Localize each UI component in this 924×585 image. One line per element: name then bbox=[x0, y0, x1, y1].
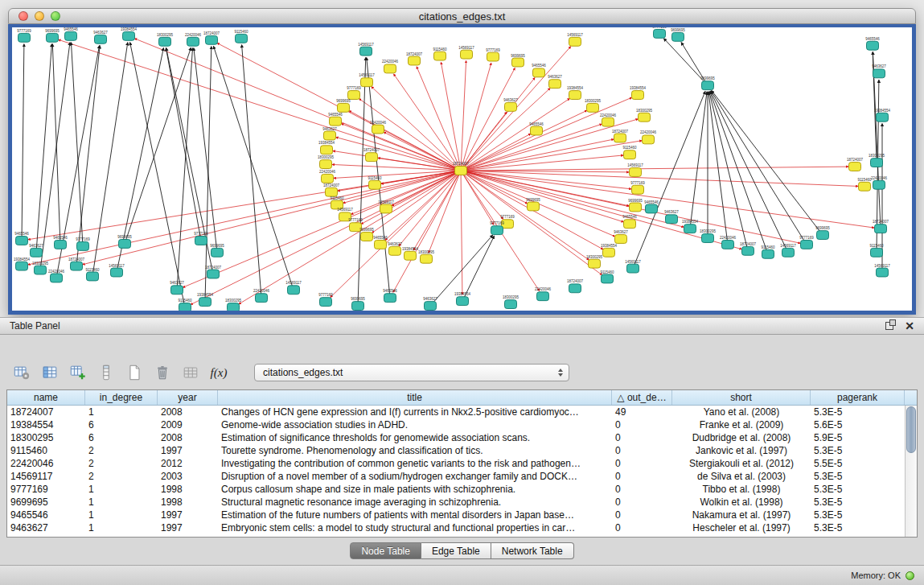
graph-node[interactable] bbox=[421, 254, 433, 263]
graph-node[interactable] bbox=[389, 246, 401, 255]
table-cell-title[interactable]: Changes of HCN gene expression and I(f) … bbox=[218, 406, 612, 418]
graph-node[interactable] bbox=[873, 180, 885, 189]
table-cell-in-degree[interactable]: 1 bbox=[85, 496, 158, 509]
graph-node[interactable] bbox=[684, 225, 696, 233]
graph-node[interactable] bbox=[615, 235, 627, 244]
table-cell-in-degree[interactable]: 6 bbox=[85, 418, 158, 431]
table-cell-name[interactable]: 9699695 bbox=[7, 496, 85, 509]
graph-node[interactable] bbox=[624, 220, 636, 229]
table-row[interactable]: 969969511998Structural magnetic resonanc… bbox=[7, 496, 905, 509]
memory-status-indicator[interactable] bbox=[906, 571, 914, 580]
table-cell-pagerank[interactable]: 5.5E-5 bbox=[811, 457, 905, 470]
tab-network-table[interactable]: Network Table bbox=[491, 542, 574, 559]
table-cell-pagerank[interactable]: 5.3E-5 bbox=[811, 444, 905, 457]
graph-node[interactable] bbox=[211, 248, 224, 257]
graph-node[interactable] bbox=[322, 174, 334, 183]
column-header-out-de[interactable]: △ out_de… bbox=[612, 390, 672, 405]
table-cell-name[interactable]: 14569117 bbox=[7, 470, 85, 483]
graph-node[interactable] bbox=[31, 248, 43, 257]
graph-node[interactable] bbox=[614, 134, 626, 142]
graph-node[interactable] bbox=[179, 303, 191, 311]
graph-node[interactable] bbox=[321, 146, 333, 154]
graph-node[interactable] bbox=[702, 81, 714, 90]
column-header-name[interactable]: name bbox=[7, 390, 85, 405]
graph-node[interactable] bbox=[51, 274, 63, 282]
table-cell-pagerank[interactable]: 5.3E-5 bbox=[811, 521, 905, 534]
table-cell-short[interactable]: Tibbo et al. (1998) bbox=[672, 483, 811, 496]
graph-node[interactable] bbox=[569, 284, 581, 293]
table-cell-year[interactable]: 1998 bbox=[158, 496, 218, 509]
graph-node[interactable] bbox=[624, 150, 636, 159]
table-cell-name[interactable]: 9465546 bbox=[7, 509, 85, 521]
table-cell-in-degree[interactable]: 2 bbox=[85, 457, 158, 470]
graph-node[interactable] bbox=[372, 125, 384, 134]
close-panel-button[interactable]: ✕ bbox=[905, 320, 914, 332]
graph-node[interactable] bbox=[111, 268, 123, 277]
graph-node[interactable] bbox=[350, 223, 362, 232]
table-cell-short[interactable]: de Silva et al. (2003) bbox=[672, 470, 811, 483]
graph-node[interactable] bbox=[512, 58, 524, 67]
table-cell-title[interactable]: Corpus callosum shape and size in male p… bbox=[218, 483, 612, 496]
graph-node[interactable] bbox=[228, 303, 240, 311]
graph-node[interactable] bbox=[348, 91, 360, 100]
graph-node[interactable] bbox=[549, 80, 561, 89]
graph-node[interactable] bbox=[326, 187, 338, 196]
graph-node[interactable] bbox=[742, 246, 754, 255]
graph-node[interactable] bbox=[338, 103, 350, 112]
graph-node[interactable] bbox=[877, 113, 889, 122]
table-cell-in-degree[interactable]: 2 bbox=[85, 444, 158, 457]
table-cell-out-de[interactable]: 0 bbox=[612, 444, 672, 457]
graph-node[interactable] bbox=[801, 240, 813, 249]
graph-node[interactable] bbox=[632, 185, 644, 194]
table-cell-in-degree[interactable]: 1 bbox=[85, 521, 158, 534]
table-cell-short[interactable]: Stergiakouli et al. (2012) bbox=[672, 457, 811, 470]
graph-node[interactable] bbox=[782, 248, 795, 257]
table-row[interactable]: 1456911722003Disruption of a novel membe… bbox=[7, 470, 905, 483]
graph-node[interactable] bbox=[123, 31, 135, 40]
table-cell-in-degree[interactable]: 1 bbox=[85, 406, 158, 418]
table-cell-out-de[interactable]: 0 bbox=[612, 496, 672, 509]
graph-node[interactable] bbox=[71, 262, 83, 270]
table-cell-pagerank[interactable]: 5.3E-5 bbox=[811, 509, 905, 521]
graph-node[interactable] bbox=[352, 302, 364, 311]
table-row[interactable]: 1872400712008Changes of HCN gene express… bbox=[7, 406, 905, 418]
graph-node[interactable] bbox=[320, 298, 332, 307]
table-source-selector[interactable]: citations_edges.txt bbox=[254, 364, 569, 381]
graph-node[interactable] bbox=[16, 237, 28, 245]
column-header-in-degree[interactable]: in_degree bbox=[85, 390, 158, 405]
graph-node[interactable] bbox=[603, 248, 615, 257]
graph-node[interactable] bbox=[384, 64, 396, 73]
graph-node[interactable] bbox=[324, 131, 336, 140]
table-cell-year[interactable]: 2012 bbox=[158, 457, 218, 470]
table-cell-short[interactable]: Nakamura et al. (1997) bbox=[672, 509, 811, 521]
column-header-pagerank[interactable]: pagerank bbox=[811, 390, 905, 405]
window-titlebar[interactable]: citations_edges.txt bbox=[8, 8, 916, 24]
table-cell-short[interactable]: Hescheler et al. (1997) bbox=[672, 521, 811, 534]
table-cell-short[interactable]: Franke et al. (2009) bbox=[672, 418, 811, 431]
graph-node[interactable] bbox=[646, 204, 658, 213]
graph-node[interactable] bbox=[159, 37, 171, 46]
table-cell-year[interactable]: 2003 bbox=[158, 470, 218, 483]
graph-node[interactable] bbox=[461, 50, 473, 59]
graph-node[interactable] bbox=[627, 264, 639, 273]
table-cell-title[interactable]: Genome-wide association studies in ADHD. bbox=[218, 418, 612, 431]
graph-node[interactable] bbox=[871, 248, 883, 257]
column-visibility-button[interactable] bbox=[39, 362, 60, 383]
graph-node[interactable] bbox=[762, 249, 774, 258]
table-cell-in-degree[interactable]: 6 bbox=[85, 431, 158, 444]
graph-node[interactable] bbox=[491, 226, 503, 235]
table-cell-out-de[interactable]: 0 bbox=[612, 509, 672, 521]
table-cell-name[interactable]: 18300295 bbox=[7, 431, 85, 444]
table-cell-year[interactable]: 1998 bbox=[158, 483, 218, 496]
graph-node[interactable] bbox=[256, 294, 268, 303]
graph-node[interactable] bbox=[361, 78, 373, 87]
table-cell-short[interactable]: Jankovic et al. (1997) bbox=[672, 444, 811, 457]
graph-node[interactable] bbox=[817, 231, 829, 240]
graph-node[interactable] bbox=[331, 200, 343, 209]
graph-node[interactable] bbox=[409, 56, 421, 65]
table-cell-name[interactable]: 9463627 bbox=[7, 521, 85, 534]
close-button[interactable] bbox=[18, 11, 28, 21]
graph-node[interactable] bbox=[455, 167, 467, 175]
table-row[interactable]: 977716911998Corpus callosum shape and si… bbox=[7, 483, 905, 496]
graph-node[interactable] bbox=[384, 294, 396, 303]
